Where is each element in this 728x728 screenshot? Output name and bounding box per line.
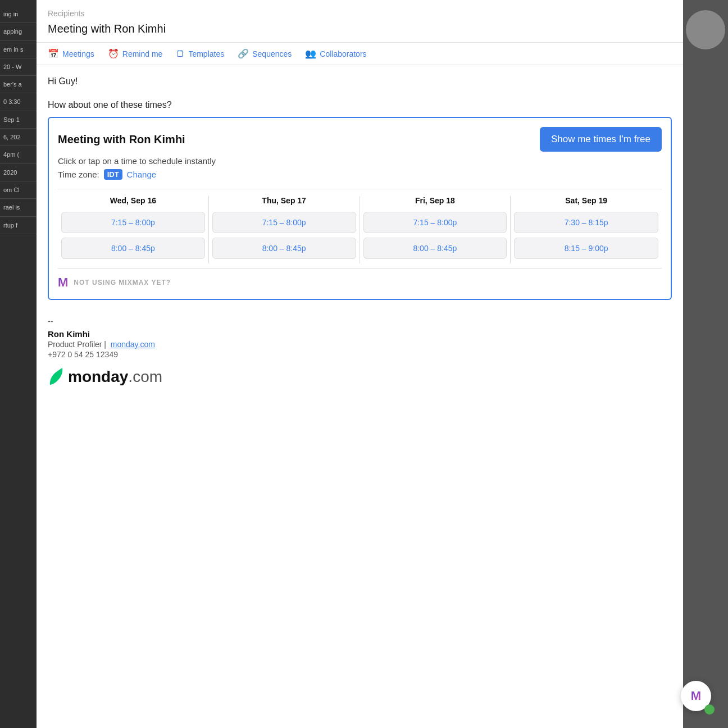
- sidebar-item-10[interactable]: 2020: [0, 164, 37, 181]
- email-body: Hi Guy! How about one of these times? Me…: [37, 65, 683, 728]
- time-slot-thu-1[interactable]: 7:15 – 8:00p: [212, 212, 356, 233]
- time-slot-wed-1[interactable]: 7:15 – 8:00p: [61, 212, 205, 233]
- email-subject[interactable]: Meeting with Ron Kimhi: [48, 22, 672, 35]
- avatar: [686, 10, 725, 49]
- day-column-thu: Thu, Sep 17 7:15 – 8:00p 8:00 – 8:45p: [209, 196, 360, 263]
- day-column-fri: Fri, Sep 18 7:15 – 8:00p 8:00 – 8:45p: [360, 196, 511, 263]
- monday-wordmark: monday.com: [68, 368, 162, 386]
- day-column-wed: Wed, Sep 16 7:15 – 8:00p 8:00 – 8:45p: [58, 196, 209, 263]
- sig-phone: +972 0 54 25 12349: [48, 350, 672, 359]
- time-slot-wed-2[interactable]: 8:00 – 8:45p: [61, 238, 205, 259]
- meeting-card: Meeting with Ron Kimhi Show me times I'm…: [48, 117, 672, 300]
- mixmax-fab-icon: M: [691, 689, 701, 703]
- time-slot-sat-2[interactable]: 8:15 – 9:00p: [514, 238, 658, 259]
- sidebar-item-13[interactable]: rtup f: [0, 217, 37, 234]
- sidebar-item-9[interactable]: 4pm (: [0, 146, 37, 163]
- time-slot-fri-2[interactable]: 8:00 – 8:45p: [363, 238, 507, 259]
- sidebar-item-2[interactable]: apping: [0, 23, 37, 40]
- main-content: Recipients Meeting with Ron Kimhi 📅 Meet…: [37, 0, 683, 728]
- time-slot-thu-2[interactable]: 8:00 – 8:45p: [212, 238, 356, 259]
- sig-dash: --: [48, 317, 672, 326]
- mixmax-fab-status-dot: [704, 704, 715, 715]
- sig-link[interactable]: monday.com: [111, 340, 155, 349]
- toolbar-remind[interactable]: ⏰ Remind me: [108, 48, 163, 59]
- sequence-icon: 🔗: [238, 48, 249, 59]
- day-column-sat: Sat, Sep 19 7:30 – 8:15p 8:15 – 9:00p: [511, 196, 662, 263]
- meetings-label: Meetings: [62, 49, 94, 58]
- timezone-badge: IDT: [104, 169, 122, 180]
- how-about-text: How about one of these times?: [48, 100, 672, 110]
- sidebar-item-4[interactable]: 20 - W: [0, 58, 37, 76]
- sequences-label: Sequences: [252, 49, 292, 58]
- change-timezone-link[interactable]: Change: [127, 170, 157, 179]
- toolbar-collaborators[interactable]: 👥 Collaborators: [305, 48, 366, 59]
- click-instruction: Click or tap on a time to schedule insta…: [58, 156, 662, 166]
- day-header-fri: Fri, Sep 18: [415, 196, 455, 205]
- mixmax-footer: M NOT USING MIXMAX YET?: [58, 268, 662, 290]
- sidebar-item-7[interactable]: Sep 1: [0, 111, 37, 129]
- toolbar-meetings[interactable]: 📅 Meetings: [48, 48, 94, 59]
- calendar-icon: 📅: [48, 48, 59, 59]
- signature: -- Ron Kimhi Product Profiler | monday.c…: [48, 311, 672, 393]
- show-times-button[interactable]: Show me times I'm free: [540, 127, 662, 152]
- mixmax-logo: M: [58, 275, 68, 290]
- time-slot-fri-1[interactable]: 7:15 – 8:00p: [363, 212, 507, 233]
- greeting: Hi Guy!: [48, 76, 672, 87]
- time-slots-grid: Wed, Sep 16 7:15 – 8:00p 8:00 – 8:45p Th…: [58, 189, 662, 263]
- toolbar-sequences[interactable]: 🔗 Sequences: [238, 48, 292, 59]
- day-header-thu: Thu, Sep 17: [262, 196, 306, 205]
- left-sidebar: ing in apping em in s 20 - W ber's a 0 3…: [0, 0, 37, 728]
- day-header-wed: Wed, Sep 16: [110, 196, 156, 205]
- toolbar-templates[interactable]: 🗒 Templates: [176, 49, 224, 59]
- mixmax-m-icon: M: [58, 275, 68, 290]
- template-icon: 🗒: [176, 49, 185, 59]
- recipients-bar: Recipients Meeting with Ron Kimhi: [37, 0, 683, 43]
- remind-label: Remind me: [122, 49, 163, 58]
- meeting-card-header: Meeting with Ron Kimhi Show me times I'm…: [58, 127, 662, 152]
- right-panel: [683, 0, 728, 728]
- sidebar-item-12[interactable]: rael is: [0, 199, 37, 216]
- sidebar-item-6[interactable]: 0 3:30: [0, 93, 37, 111]
- recipients-label: Recipients: [48, 9, 672, 18]
- sidebar-item-1[interactable]: ing in: [0, 6, 37, 23]
- collaborators-icon: 👥: [305, 48, 316, 59]
- sidebar-item-11[interactable]: om Cl: [0, 181, 37, 199]
- day-header-sat: Sat, Sep 19: [565, 196, 607, 205]
- meeting-card-title: Meeting with Ron Kimhi: [58, 133, 185, 146]
- mixmax-cta-text: NOT USING MIXMAX YET?: [74, 279, 171, 286]
- timezone-row: Time zone: IDT Change: [58, 169, 662, 180]
- timezone-label: Time zone:: [58, 170, 99, 179]
- sidebar-item-5[interactable]: ber's a: [0, 76, 37, 93]
- alarm-icon: ⏰: [108, 48, 119, 59]
- monday-logo-row: monday.com: [48, 367, 672, 387]
- sig-role: Product Profiler | monday.com: [48, 340, 672, 349]
- time-slot-sat-1[interactable]: 7:30 – 8:15p: [514, 212, 658, 233]
- sidebar-item-8[interactable]: 6, 202: [0, 129, 37, 146]
- monday-leaf-icon: [48, 367, 63, 387]
- sidebar-item-3[interactable]: em in s: [0, 41, 37, 58]
- toolbar: 📅 Meetings ⏰ Remind me 🗒 Templates 🔗 Seq…: [37, 43, 683, 65]
- sig-role-text: Product Profiler |: [48, 340, 106, 349]
- templates-label: Templates: [188, 49, 224, 58]
- sig-name: Ron Kimhi: [48, 329, 672, 339]
- collaborators-label: Collaborators: [320, 49, 366, 58]
